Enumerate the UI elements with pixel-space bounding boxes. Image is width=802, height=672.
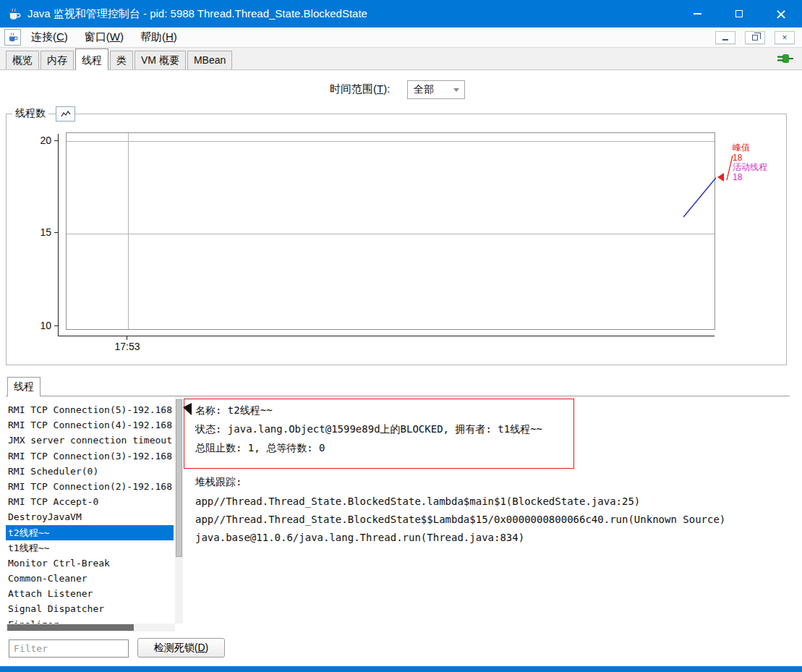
mouse-cursor (183, 403, 192, 415)
y-tick-10 (54, 326, 58, 326)
filter-input[interactable] (9, 639, 129, 658)
x-axis-line (58, 336, 714, 336)
chart-popup-button[interactable] (56, 106, 75, 122)
thread-list-hscrollbar[interactable] (6, 624, 175, 631)
tab-classes[interactable]: 类 (110, 51, 133, 69)
tab-overview[interactable]: 概览 (6, 51, 39, 69)
live-threads-label: 活动线程 (733, 163, 767, 173)
thread-list-item[interactable]: RMI TCP Accept-0 (6, 494, 174, 509)
time-range-select[interactable]: 全部 (407, 80, 465, 99)
mdi-minimize-button[interactable] (715, 31, 735, 44)
thread-list-item[interactable]: Monitor Ctrl-Break (6, 556, 174, 571)
thread-count-groupbox: 线程数 20 15 10 17:53 峰值 18 活动线程 18 (6, 114, 787, 365)
y-tick-label-15: 15 (35, 227, 51, 237)
mdi-restore-button[interactable] (745, 31, 765, 44)
x-tick-label: 17:53 (109, 341, 145, 352)
y-axis-line (58, 134, 59, 336)
thread-list-item[interactable]: Finalizer (6, 617, 174, 624)
y-tick-15 (54, 232, 58, 233)
live-threads-value: 18 (733, 173, 767, 183)
groupbox-legend: 线程数 (12, 107, 48, 120)
thread-list: RMI TCP Connection(5)-192.168 RMI TCP Co… (6, 396, 174, 624)
maximize-button[interactable] (718, 0, 760, 27)
stack-trace-line: app//Thread.Thread_State.BlockedState$$L… (195, 514, 725, 525)
thread-list-vscrollbar[interactable] (175, 396, 183, 624)
menu-item-help[interactable]: 帮助(H) (134, 28, 184, 46)
y-tick-20 (54, 140, 58, 141)
close-button[interactable]: × (760, 0, 802, 27)
threads-subtab[interactable]: 线程 (7, 377, 40, 396)
y-tick-label-10: 10 (35, 320, 51, 331)
tabbar: 概览 内存 线程 类 VM 概要 MBean (0, 48, 802, 70)
titlebar: Java 监视和管理控制台 - pid: 5988 Thread.Thread_… (0, 0, 802, 27)
mdi-window-icon-button[interactable] (4, 29, 21, 46)
tab-memory[interactable]: 内存 (40, 51, 74, 69)
peak-value: 18 (733, 153, 767, 163)
window-frame-bottom (0, 666, 802, 672)
window-controls: × (676, 0, 802, 27)
thread-list-item[interactable]: Common-Cleaner (6, 571, 174, 586)
chevron-down-icon (453, 88, 459, 92)
tab-threads[interactable]: 线程 (75, 48, 108, 70)
thread-list-item[interactable]: Attach Listener (6, 586, 174, 601)
thread-list-item[interactable]: RMI Scheduler(0) (6, 464, 174, 479)
thread-list-item[interactable]: RMI TCP Connection(4)-192.168 (6, 417, 174, 433)
highlight-box (184, 399, 574, 469)
mdi-minimize-icon (722, 39, 728, 41)
time-range-value: 全部 (414, 83, 434, 96)
peak-label: 峰值 (733, 143, 767, 153)
thread-list-item[interactable]: t2线程~~ (6, 525, 174, 540)
chart-annotations: 峰值 18 活动线程 18 (733, 143, 767, 182)
thread-list-item[interactable]: RMI TCP Connection(3)-192.168 (6, 448, 174, 464)
mdi-close-icon: × (782, 33, 787, 43)
stack-trace-line: java.base@11.0.6/java.lang.Thread.run(Th… (195, 532, 524, 543)
thread-list-item[interactable]: t1线程~~ (6, 540, 174, 556)
y-tick-label-20: 20 (35, 135, 51, 145)
hscrollbar-thumb[interactable] (7, 624, 134, 631)
time-range-label: 时间范围(T): (330, 82, 390, 96)
vscrollbar-thumb[interactable] (176, 399, 182, 557)
peak-arrow-icon (717, 173, 724, 182)
mdi-restore-icon (752, 35, 758, 41)
minimize-button[interactable] (676, 0, 718, 27)
detect-deadlock-button[interactable]: 检测死锁(D) (137, 638, 225, 658)
x-tick-1753 (127, 336, 127, 340)
thread-list-item[interactable]: RMI TCP Connection(2)-192.168 (6, 479, 174, 494)
mdi-window-controls: × (715, 31, 795, 44)
close-icon: × (775, 7, 788, 21)
mdi-close-button[interactable]: × (775, 31, 795, 44)
java-app-icon (7, 7, 22, 21)
minimize-icon (694, 13, 701, 14)
thread-list-item[interactable]: DestroyJavaVM (6, 509, 174, 524)
menubar: 连接(C) 窗口(W) 帮助(H) × (0, 27, 802, 48)
chart-plot-area (66, 132, 715, 330)
menu-item-connection[interactable]: 连接(C) (25, 28, 74, 46)
java-cup-icon (7, 32, 18, 43)
tab-vm-summary[interactable]: VM 概要 (135, 51, 186, 69)
menu-item-window[interactable]: 窗口(W) (78, 28, 130, 46)
stack-trace-header: 堆栈跟踪: (195, 476, 242, 489)
thread-list-item[interactable]: RMI TCP Connection(5)-192.168 (6, 402, 174, 417)
window-title: Java 监视和管理控制台 - pid: 5988 Thread.Thread_… (27, 7, 367, 21)
mini-chart-icon (61, 111, 71, 118)
tab-mbean[interactable]: MBean (187, 51, 232, 69)
thread-count-line-chart (67, 133, 716, 331)
thread-list-item[interactable]: JMX server connection timeout (6, 433, 174, 448)
thread-list-item[interactable]: Signal Dispatcher (6, 601, 174, 616)
maximize-icon (735, 10, 743, 17)
stack-trace-line: app//Thread.Thread_State.BlockedState.la… (195, 496, 640, 507)
connected-plug-icon (775, 53, 794, 67)
